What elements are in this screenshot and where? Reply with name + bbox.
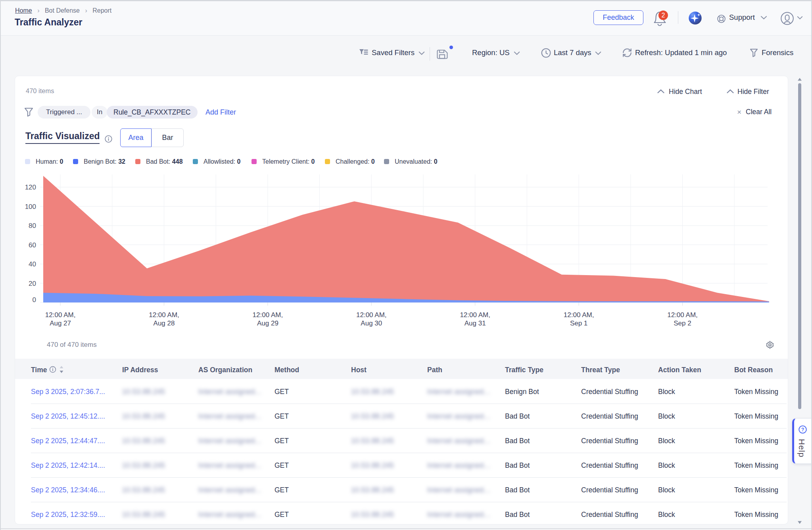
svg-text:?: ?: [801, 427, 804, 432]
svg-text:80: 80: [29, 222, 36, 230]
svg-text:12:00 AM,: 12:00 AM,: [149, 311, 179, 319]
svg-text:100: 100: [25, 203, 36, 210]
svg-text:Aug 29: Aug 29: [257, 320, 278, 327]
svg-text:60: 60: [29, 241, 36, 249]
svg-text:12:00 AM,: 12:00 AM,: [253, 311, 283, 319]
svg-text:40: 40: [29, 260, 36, 268]
svg-text:120: 120: [25, 184, 36, 191]
svg-text:2: 2: [661, 12, 665, 19]
svg-text:12:00 AM,: 12:00 AM,: [564, 311, 594, 319]
svg-text:Aug 27: Aug 27: [50, 320, 71, 327]
svg-text:Sep 2: Sep 2: [674, 320, 691, 327]
svg-text:12:00 AM,: 12:00 AM,: [667, 311, 698, 319]
svg-text:12:00 AM,: 12:00 AM,: [460, 311, 490, 319]
svg-text:Aug 28: Aug 28: [154, 320, 175, 327]
svg-text:12:00 AM,: 12:00 AM,: [45, 311, 76, 319]
svg-text:0: 0: [33, 296, 36, 304]
svg-text:Sep 1: Sep 1: [570, 320, 587, 327]
svg-text:12:00 AM,: 12:00 AM,: [356, 311, 387, 319]
svg-text:Aug 31: Aug 31: [465, 320, 486, 327]
svg-text:20: 20: [29, 280, 36, 287]
svg-text:Aug 30: Aug 30: [361, 320, 382, 327]
